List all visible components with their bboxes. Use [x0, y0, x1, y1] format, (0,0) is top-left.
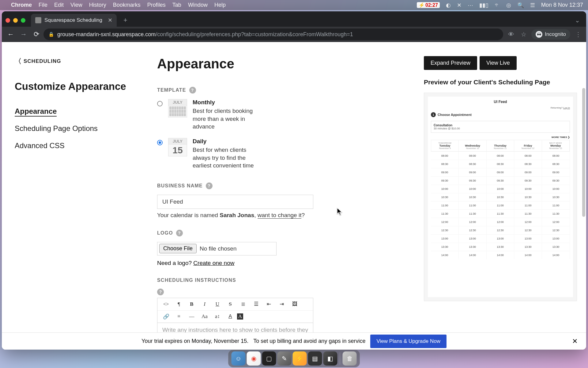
nav-reload-button[interactable]: ⟳ — [31, 29, 42, 40]
tabs-dropdown-icon[interactable]: ⌄ — [575, 17, 580, 24]
incognito-badge[interactable]: 🕶 Incognito — [531, 29, 570, 40]
preview-time-slot[interactable]: 11:30 — [542, 209, 570, 218]
preview-time-slot[interactable]: 13:30 — [487, 243, 514, 251]
radio-daily[interactable] — [157, 140, 163, 145]
chrome-menu-icon[interactable]: ⋮ — [573, 29, 583, 40]
menu-edit[interactable]: Edit — [54, 2, 64, 8]
status-icon-4[interactable]: ◎ — [506, 2, 511, 9]
preview-time-slot[interactable]: 10:30 — [487, 193, 514, 201]
preview-time-slot[interactable]: 11:00 — [542, 201, 570, 209]
preview-time-slot[interactable]: 12:30 — [514, 226, 542, 234]
preview-more-times[interactable]: MORE TIMES ❯ — [431, 136, 570, 139]
preview-time-slot[interactable]: 10:00 — [542, 185, 570, 193]
paragraph-icon[interactable]: ¶ — [173, 299, 185, 309]
preview-time-slot[interactable]: 09:30 — [487, 176, 514, 185]
preview-time-slot[interactable]: 12:00 — [542, 218, 570, 226]
preview-time-slot[interactable]: 08:30 — [542, 160, 570, 168]
link-icon[interactable]: 🔗 — [160, 312, 172, 321]
bookmark-star-icon[interactable]: ☆ — [519, 29, 528, 40]
preview-time-slot[interactable]: 12:00 — [487, 218, 514, 226]
dock-trash-icon[interactable]: 🗑 — [343, 351, 357, 366]
preview-time-slot[interactable]: 10:30 — [431, 193, 459, 201]
menu-view[interactable]: View — [70, 2, 82, 8]
preview-time-slot[interactable]: 13:30 — [459, 243, 487, 251]
bullet-list-icon[interactable]: ≣ — [237, 299, 249, 309]
preview-time-slot[interactable]: 09:00 — [487, 168, 514, 176]
preview-time-slot[interactable]: 10:30 — [514, 193, 542, 201]
template-option-daily[interactable]: JULY 15 Daily Best for when clients alwa… — [157, 138, 408, 170]
menubar-timer[interactable]: ⚡02:27 — [417, 2, 440, 8]
preview-time-slot[interactable]: 08:00 — [542, 151, 570, 160]
control-center-icon[interactable]: ☰ — [530, 2, 535, 9]
sidebar-item-advanced-css[interactable]: Advanced CSS — [15, 141, 128, 150]
preview-time-slot[interactable]: 11:00 — [431, 201, 459, 209]
banner-close-icon[interactable]: ✕ — [572, 337, 578, 345]
logo-file-input[interactable]: Choose File No file chosen — [157, 242, 277, 255]
preview-time-slot[interactable]: 11:30 — [431, 209, 459, 218]
outdent-icon[interactable]: ⇤ — [263, 299, 275, 309]
preview-time-slot[interactable]: 13:30 — [514, 243, 542, 251]
dock-terminal-icon[interactable]: ▢ — [262, 351, 276, 366]
help-icon[interactable]: ? — [176, 230, 183, 236]
code-view-icon[interactable]: <> — [160, 299, 172, 309]
preview-time-slot[interactable]: 13:00 — [542, 234, 570, 243]
highlight-icon[interactable]: A — [237, 313, 243, 320]
nav-forward-button[interactable]: → — [18, 29, 29, 40]
spotlight-icon[interactable]: 🔍 — [517, 2, 524, 9]
preview-day-column[interactable]: WednesdayNovember 10 — [459, 140, 486, 151]
preview-time-slot[interactable]: 13:30 — [431, 243, 459, 251]
sidebar-item-scheduling-page-options[interactable]: Scheduling Page Options — [15, 124, 128, 133]
menu-profiles[interactable]: Profiles — [147, 2, 166, 8]
menu-tab[interactable]: Tab — [172, 2, 181, 8]
bold-icon[interactable]: B — [186, 299, 198, 309]
preview-time-slot[interactable]: 14:00 — [542, 251, 570, 259]
battery-icon[interactable]: ▮▮▯ — [479, 2, 488, 9]
preview-time-slot[interactable]: 11:00 — [514, 201, 542, 209]
preview-time-slot[interactable]: 12:30 — [542, 226, 570, 234]
expand-preview-button[interactable]: Expand Preview — [424, 56, 477, 70]
preview-time-slot[interactable]: 10:30 — [542, 193, 570, 201]
business-name-input[interactable] — [157, 195, 313, 209]
window-maximize[interactable] — [21, 18, 25, 23]
preview-time-slot[interactable]: 12:30 — [431, 226, 459, 234]
view-live-button[interactable]: View Live — [480, 56, 517, 70]
numbered-list-icon[interactable]: ☰ — [250, 299, 262, 309]
menu-window[interactable]: Window — [188, 2, 208, 8]
help-icon[interactable]: ? — [206, 182, 213, 189]
preview-time-slot[interactable]: 09:30 — [459, 176, 487, 185]
dock-finder-icon[interactable]: ☺ — [232, 351, 246, 366]
preview-time-slot[interactable]: 09:00 — [542, 168, 570, 176]
preview-time-slot[interactable]: 13:00 — [431, 234, 459, 243]
window-close[interactable] — [6, 18, 10, 23]
preview-time-slot[interactable]: 10:00 — [459, 185, 487, 193]
preview-time-slot[interactable]: 10:30 — [459, 193, 487, 201]
preview-time-slot[interactable]: 11:30 — [487, 209, 514, 218]
help-icon[interactable]: ? — [157, 289, 164, 295]
preview-time-slot[interactable]: 09:00 — [514, 168, 542, 176]
preview-appointment-card[interactable]: Consultation 30 minutes @ $10.00 — [431, 121, 570, 133]
underline-icon[interactable]: U — [211, 299, 224, 309]
line-height-icon[interactable]: a↕ — [211, 312, 224, 321]
preview-time-slot[interactable]: 13:30 — [542, 243, 570, 251]
window-minimize[interactable] — [13, 18, 18, 23]
preview-day-column[interactable]: NEXT WEEKMondayNovember 15 — [542, 140, 570, 151]
preview-time-slot[interactable]: 12:30 — [487, 226, 514, 234]
browser-tab[interactable]: Squarespace Scheduling ✕ — [31, 14, 117, 27]
preview-time-slot[interactable]: 09:00 — [431, 168, 459, 176]
choose-file-button[interactable]: Choose File — [159, 244, 197, 253]
preview-day-column[interactable]: TOMORROWTuesdayNovember 9 — [431, 140, 459, 151]
nav-back-button[interactable]: ← — [5, 29, 17, 40]
dock-app-icon[interactable]: ✎ — [277, 351, 292, 366]
preview-time-slot[interactable]: 11:30 — [459, 209, 487, 218]
menu-help[interactable]: Help — [214, 2, 226, 8]
preview-time-slot[interactable]: 14:00 — [514, 251, 542, 259]
menu-bookmarks[interactable]: Bookmarks — [113, 2, 141, 8]
preview-time-slot[interactable]: 14:00 — [431, 251, 459, 259]
upgrade-button[interactable]: View Plans & Upgrade Now — [370, 335, 447, 348]
eye-off-icon[interactable]: 👁 — [506, 29, 516, 40]
preview-time-slot[interactable]: 08:00 — [431, 151, 459, 160]
dock-app-icon[interactable]: ◧ — [323, 351, 337, 366]
preview-day-column[interactable]: ThursdayNovember 11 — [487, 140, 514, 151]
address-bar[interactable]: 🔒 grouse-mandarin-sxnl.squarespace.com/c… — [43, 29, 503, 40]
preview-time-slot[interactable]: 08:00 — [514, 151, 542, 160]
